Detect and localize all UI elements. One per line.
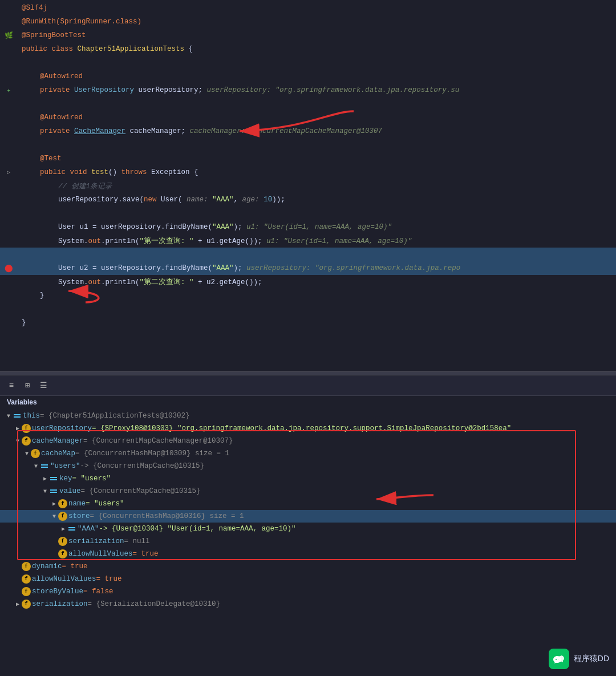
code-line-14: // 创建1条记录: [0, 179, 616, 193]
list-view-button[interactable]: ≡: [6, 380, 17, 391]
svg-point-13: [556, 659, 557, 660]
code-token: "第二次查询: ": [140, 278, 194, 286]
variable-icon: [13, 411, 22, 420]
code-token: private: [40, 127, 74, 135]
tree-item-13[interactable]: fdynamic = true: [0, 560, 616, 573]
code-token: @Autowired: [40, 72, 83, 80]
code-line-15: userRepository.save(new User( name: "AAA…: [0, 193, 616, 207]
code-token: 10: [264, 196, 272, 204]
var-name-9: store: [68, 512, 90, 520]
code-token: cacheManager;: [125, 127, 185, 135]
variable-icon: [49, 487, 58, 496]
code-line-12: @Test: [0, 152, 616, 165]
tree-item-1[interactable]: this = {Chapter51ApplicationTests@10302}: [0, 410, 616, 422]
tree-arrow-16[interactable]: [14, 601, 22, 608]
code-line-22: }: [0, 289, 616, 302]
tree-item-9[interactable]: fstore = {ConcurrentHashMap@10316} size …: [0, 510, 616, 523]
svg-rect-3: [14, 416, 21, 418]
tree-item-6[interactable]: key = "users": [0, 472, 616, 485]
svg-rect-11: [68, 529, 75, 531]
code-token: @Test: [40, 155, 62, 163]
line-content-3: @SpringBootTest: [17, 31, 616, 39]
code-token: @Autowired: [40, 114, 83, 122]
code-token: @Slf4j: [22, 4, 47, 12]
tree-item-16[interactable]: fserialization = {SerializationDelegate@…: [0, 598, 616, 610]
code-token: userRepository: "org.springframework.dat…: [202, 86, 459, 94]
variable-icon: [49, 474, 58, 483]
code-line-13: ▷public void test() throws Exception {: [0, 165, 616, 179]
code-line-20: ⬤User u2 = userRepository.findByName("AA…: [0, 261, 616, 275]
tree-arrow-6[interactable]: [41, 475, 49, 482]
code-token: Chapter51ApplicationTests: [78, 45, 189, 53]
code-token: System.: [58, 237, 88, 245]
tree-arrow-8[interactable]: [50, 500, 58, 507]
tree-arrow-7[interactable]: [41, 488, 49, 495]
code-token: age:: [242, 196, 264, 204]
code-token: public: [40, 168, 70, 176]
line-content-7: private UserRepository userRepository; u…: [17, 86, 616, 94]
var-name-1: this: [23, 412, 40, 420]
var-name-7: value: [59, 487, 81, 495]
tree-item-4[interactable]: fcacheMap = {ConcurrentHashMap@10309} si…: [0, 447, 616, 460]
code-token: "AAA": [212, 223, 234, 231]
tree-item-10[interactable]: "AAA" -> {User@10304} "User(id=1, name=A…: [0, 523, 616, 535]
tree-arrow-1[interactable]: [5, 413, 13, 419]
field-icon: f: [58, 512, 67, 521]
tree-item-12[interactable]: fallowNullValues = true: [0, 548, 616, 560]
tree-item-8[interactable]: fname = "users": [0, 497, 616, 510]
code-token: name:: [183, 196, 213, 204]
grid-view-button[interactable]: ⊞: [22, 380, 33, 391]
code-token: u1: "User(id=1, name=AAA, age=10)": [242, 223, 392, 231]
code-line-19: [0, 248, 616, 261]
wechat-icon: [549, 649, 569, 669]
code-token: System.: [58, 278, 88, 286]
tree-arrow-3[interactable]: [14, 438, 22, 444]
tree-item-14[interactable]: fallowNullValues = true: [0, 573, 616, 585]
field-icon: f: [22, 587, 31, 596]
tree-arrow-5[interactable]: [32, 463, 40, 469]
line-content-1: @Slf4j: [17, 4, 616, 12]
tree-item-5[interactable]: "users" -> {ConcurrentMapCache@10315}: [0, 460, 616, 472]
code-token: void: [70, 168, 92, 176]
variable-icon: [67, 524, 76, 533]
code-token: );: [234, 264, 242, 272]
code-line-23: [0, 302, 616, 316]
line-content-8: [17, 100, 616, 108]
tree-arrow-10[interactable]: [59, 525, 67, 532]
line-gutter-20: ⬤: [0, 264, 17, 273]
code-token: private: [40, 86, 74, 94]
code-line-5: [0, 56, 616, 70]
var-name-11: serialization: [68, 537, 124, 545]
tree-item-15[interactable]: fstoreByValue = false: [0, 585, 616, 598]
code-token: new: [144, 196, 161, 204]
line-gutter-7: ✦: [0, 86, 17, 95]
code-editor: @Slf4j@RunWith(SpringRunner.class)🌿@Spri…: [0, 0, 616, 371]
code-token: "AAA": [212, 264, 234, 272]
line-content-15: userRepository.save(new User( name: "AAA…: [17, 196, 616, 204]
code-line-17: User u1 = userRepository.findByName("AAA…: [0, 220, 616, 234]
tree-item-11[interactable]: fserialization = null: [0, 535, 616, 548]
tree-arrow-4[interactable]: [23, 451, 31, 457]
variables-title: Variables: [0, 396, 616, 408]
code-token: + u1.getAge());: [194, 237, 262, 245]
tree-arrow-9[interactable]: [50, 513, 58, 520]
svg-rect-8: [50, 489, 57, 491]
code-token: CacheManager: [74, 127, 125, 135]
tree-item-7[interactable]: value = {ConcurrentMapCache@10315}: [0, 485, 616, 497]
svg-rect-9: [50, 492, 57, 493]
line-content-9: @Autowired: [17, 114, 616, 122]
align-button[interactable]: ☰: [38, 380, 49, 391]
var-value-3: = {ConcurrentMapCacheManager@10307}: [83, 437, 233, 445]
var-name-3: cacheManager: [32, 437, 83, 445]
tree-item-2[interactable]: fuserRepository = {$Proxy108@10303} "org…: [0, 422, 616, 435]
tree-item-3[interactable]: fcacheManager = {ConcurrentMapCacheManag…: [0, 435, 616, 447]
field-icon: f: [22, 600, 31, 609]
var-name-10: "AAA": [78, 525, 99, 533]
code-line-2: @RunWith(SpringRunner.class): [0, 15, 616, 29]
var-value-8: = "users": [86, 500, 124, 508]
svg-rect-5: [41, 467, 48, 468]
var-name-16: serialization: [32, 600, 88, 608]
variables-tree[interactable]: this = {Chapter51ApplicationTests@10302}…: [0, 408, 616, 612]
field-icon: f: [22, 436, 31, 446]
tree-arrow-2[interactable]: [14, 425, 22, 432]
